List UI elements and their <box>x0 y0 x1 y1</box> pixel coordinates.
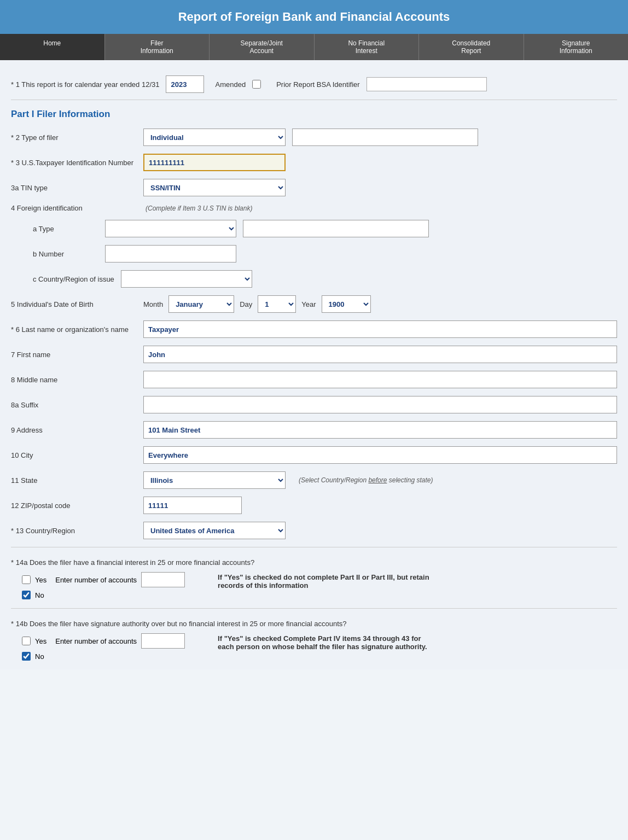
q14a-yes-checkbox[interactable] <box>22 575 31 584</box>
q14a-no-row: No <box>22 591 185 599</box>
amended-checkbox[interactable] <box>252 80 261 89</box>
suffix-row: 8a Suffix <box>11 396 617 413</box>
q14b-yes-row: Yes Enter number of accounts <box>22 633 185 649</box>
foreign-id-b-row: b Number <box>33 245 617 262</box>
country-select[interactable]: United States of America Canada Mexico U… <box>143 522 286 539</box>
q14a-question: * 14a Does the filer have a financial in… <box>11 558 617 567</box>
dob-row: 5 Individual's Date of Birth Month Janua… <box>11 295 617 313</box>
page-title: Report of Foreign Bank and Financial Acc… <box>178 10 450 24</box>
q14b-no-label: No <box>35 652 44 661</box>
q14b-section: * 14b Does the filer have signature auth… <box>11 620 617 661</box>
foreign-id-a-label: a Type <box>33 225 98 233</box>
calendar-year-row: * 1 This report is for calendar year end… <box>11 69 617 100</box>
divider-2 <box>11 608 617 609</box>
calendar-year-label: * 1 This report is for calendar year end… <box>11 80 159 89</box>
dob-day-select[interactable]: 12345 678910 <box>258 295 296 313</box>
q14a-options: Yes Enter number of accounts No <box>22 572 185 599</box>
zip-row: 12 ZIP/postal code <box>11 497 617 514</box>
part1-heading: Part I Filer Information <box>11 109 617 120</box>
address-row: 9 Address <box>11 421 617 439</box>
first-name-label: 7 First name <box>11 351 137 359</box>
foreign-id-row: 4 Foreign identification (Complete if It… <box>11 204 617 212</box>
city-label: 10 City <box>11 451 137 459</box>
foreign-id-a-row: a Type <box>33 220 617 237</box>
dob-year-select[interactable]: 1900195019601970198019902000 <box>322 295 371 313</box>
tin-type-row: 3a TIN type SSN/ITIN EIN <box>11 179 617 196</box>
nav-filer-info[interactable]: FilerInformation <box>105 34 210 60</box>
foreign-id-a-type-select[interactable] <box>105 220 236 237</box>
q14b-question: * 14b Does the filer have signature auth… <box>11 620 617 628</box>
last-name-input[interactable] <box>143 320 617 338</box>
dob-day-label: Day <box>240 300 252 308</box>
q14a-accounts-label: Enter number of accounts <box>55 576 137 584</box>
q14b-yes-label: Yes <box>35 637 46 645</box>
type-of-filer-select[interactable]: Individual Partnership Corporation Conso… <box>143 129 286 146</box>
last-name-row: * 6 Last name or organization's name <box>11 320 617 338</box>
foreign-id-a-extra[interactable] <box>243 220 429 237</box>
zip-input[interactable] <box>143 497 242 514</box>
type-of-filer-extra[interactable] <box>292 129 478 146</box>
address-label: 9 Address <box>11 426 137 434</box>
calendar-year-input[interactable] <box>166 75 204 93</box>
type-of-filer-label: * 2 Type of filer <box>11 133 137 142</box>
prior-bsa-label: Prior Report BSA Identifier <box>276 80 359 89</box>
state-hint: (Select Country/Region before selecting … <box>299 476 433 484</box>
q14b-accounts-label: Enter number of accounts <box>55 637 137 645</box>
state-row: 11 State Illinois Alabama Alaska Arizona… <box>11 471 617 489</box>
q14a-yes-row: Yes Enter number of accounts <box>22 572 185 587</box>
address-input[interactable] <box>143 421 617 439</box>
foreign-id-c-row: c Country/Region of issue <box>33 270 617 288</box>
city-input[interactable] <box>143 446 617 464</box>
foreign-id-b-label: b Number <box>33 250 98 258</box>
q14a-no-checkbox[interactable] <box>22 591 31 599</box>
q14b-no-checkbox[interactable] <box>22 652 31 661</box>
state-label: 11 State <box>11 476 137 485</box>
tin-input[interactable] <box>143 154 286 171</box>
city-row: 10 City <box>11 446 617 464</box>
first-name-row: 7 First name <box>11 346 617 363</box>
prior-bsa-input[interactable] <box>367 77 487 91</box>
tin-row: * 3 U.S.Taxpayer Identification Number <box>11 154 617 171</box>
q14b-no-row: No <box>22 652 185 661</box>
nav-signature-info[interactable]: SignatureInformation <box>524 34 629 60</box>
foreign-id-note: (Complete if Item 3 U.S TIN is blank) <box>146 205 252 212</box>
q14b-info: If "Yes" is checked Complete Part IV ite… <box>218 634 437 651</box>
navigation-bar: Home FilerInformation Separate/JointAcco… <box>0 34 628 60</box>
nav-consolidated-report[interactable]: ConsolidatedReport <box>419 34 524 60</box>
dob-year-label: Year <box>301 300 316 308</box>
nav-home[interactable]: Home <box>0 34 105 60</box>
q14a-no-label: No <box>35 591 44 599</box>
q14a-info: If "Yes" is checked do not complete Part… <box>218 573 437 590</box>
page-header: Report of Foreign Bank and Financial Acc… <box>0 0 628 34</box>
q14b-accounts-input[interactable] <box>141 633 185 649</box>
dob-month-label: Month <box>143 300 163 308</box>
dob-label: 5 Individual's Date of Birth <box>11 300 137 308</box>
divider-1 <box>11 547 617 547</box>
state-select[interactable]: Illinois Alabama Alaska Arizona Californ… <box>143 471 286 489</box>
q14b-options: Yes Enter number of accounts No <box>22 633 185 661</box>
form-body: * 1 This report is for calendar year end… <box>0 60 628 669</box>
tin-type-label: 3a TIN type <box>11 184 137 192</box>
middle-name-input[interactable] <box>143 371 617 388</box>
foreign-id-c-select[interactable] <box>121 270 252 288</box>
foreign-id-c-label: c Country/Region of issue <box>33 275 114 283</box>
foreign-id-label: 4 Foreign identification <box>11 204 137 212</box>
tin-label: * 3 U.S.Taxpayer Identification Number <box>11 159 137 167</box>
q14a-yes-label: Yes <box>35 576 46 584</box>
suffix-label: 8a Suffix <box>11 401 137 409</box>
dob-month-select[interactable]: JanuaryFebruaryMarch AprilMayJune JulyAu… <box>168 295 234 313</box>
foreign-id-b-input[interactable] <box>105 245 236 262</box>
tin-type-select[interactable]: SSN/ITIN EIN <box>143 179 286 196</box>
country-row: * 13 Country/Region United States of Ame… <box>11 522 617 539</box>
q14b-yes-checkbox[interactable] <box>22 637 31 645</box>
country-label: * 13 Country/Region <box>11 527 137 535</box>
nav-separate-joint[interactable]: Separate/JointAccount <box>210 34 315 60</box>
amended-label: Amended <box>215 80 246 89</box>
last-name-label: * 6 Last name or organization's name <box>11 325 137 334</box>
first-name-input[interactable] <box>143 346 617 363</box>
suffix-input[interactable] <box>143 396 617 413</box>
nav-no-financial-interest[interactable]: No FinancialInterest <box>315 34 420 60</box>
middle-name-row: 8 Middle name <box>11 371 617 388</box>
q14a-accounts-input[interactable] <box>141 572 185 587</box>
type-of-filer-row: * 2 Type of filer Individual Partnership… <box>11 129 617 146</box>
